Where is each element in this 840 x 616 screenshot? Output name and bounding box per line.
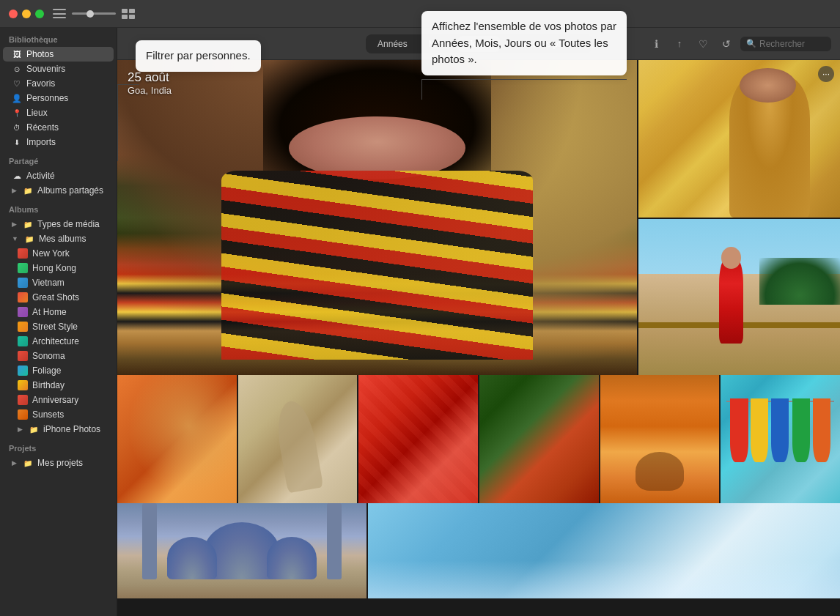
sidebar-label-personnes: Personnes — [26, 93, 68, 103]
activite-icon: ☁ — [12, 171, 22, 181]
sidebar-label-architecture: Architecture — [32, 336, 79, 346]
tab-annees[interactable]: Années — [367, 36, 418, 52]
sidebar-item-albums-partages[interactable]: ▶ 📁 Albums partagés — [3, 183, 114, 198]
sidebar-item-lieux[interactable]: 📍 Lieux — [3, 105, 114, 120]
right-top-photo[interactable]: ··· — [638, 60, 840, 218]
iphone-photos-chevron: ▶ — [18, 426, 23, 433]
search-icon: 🔍 — [746, 39, 756, 48]
sidebar-item-iphone-photos[interactable]: ▶ 📁 iPhone Photos — [3, 422, 114, 437]
sidebar-item-vietnam[interactable]: Vietnam — [3, 275, 114, 290]
sidebar-item-sunsets[interactable]: Sunsets — [3, 407, 114, 422]
sidebar-label-sunsets: Sunsets — [32, 409, 64, 420]
bbp-2[interactable] — [368, 503, 840, 598]
sidebar-label-iphone-photos: iPhone Photos — [43, 424, 100, 434]
more-icon: ··· — [822, 69, 830, 79]
albums-partages-folder-icon: 📁 — [23, 185, 33, 196]
sidebar-item-birthday[interactable]: Birthday — [3, 378, 114, 393]
tab-jours[interactable]: Jours — [458, 36, 500, 52]
right-bottom-photo[interactable] — [638, 219, 840, 375]
sidebar-label-at-home: At Home — [32, 307, 67, 317]
anniversary-thumb — [18, 395, 28, 405]
mes-projets-chevron: ▶ — [12, 459, 17, 467]
sidebar-item-foliage[interactable]: Foliage — [3, 363, 114, 378]
sunsets-thumb — [18, 409, 28, 420]
more-btn[interactable]: ··· — [818, 66, 834, 82]
zoom-slider[interactable] — [72, 12, 116, 15]
date-main: 25 août — [128, 70, 172, 85]
info-button[interactable]: ℹ — [646, 34, 666, 53]
view-grid-icon[interactable] — [122, 9, 135, 19]
close-btn[interactable] — [9, 10, 18, 18]
sidebar-label-imports: Imports — [26, 137, 56, 147]
bottom-row — [117, 375, 840, 503]
favoris-icon: ♡ — [12, 78, 22, 89]
photos-icon: 🖼 — [12, 49, 22, 59]
great-shots-thumb — [18, 292, 28, 303]
sidebar-item-hong-kong[interactable]: Hong Kong — [3, 261, 114, 275]
albums-partages-chevron: ▶ — [12, 187, 17, 194]
sidebar-label-mes-albums: Mes albums — [39, 234, 86, 244]
bottom-photo-6[interactable] — [721, 375, 840, 503]
sidebar-item-great-shots[interactable]: Great Shots — [3, 290, 114, 305]
sidebar-item-souvenirs[interactable]: ⊙ Souvenirs — [3, 62, 114, 76]
bottom-photo-5[interactable] — [600, 375, 720, 503]
recents-icon: ⏱ — [12, 122, 22, 133]
traffic-lights — [9, 10, 44, 18]
sidebar-label-new-york: New York — [32, 248, 70, 259]
sidebar-toggle[interactable] — [53, 9, 66, 18]
section-header-bibliotheque: Bibliothèque — [0, 28, 117, 47]
sonoma-thumb — [18, 351, 28, 361]
info-icon: ℹ — [655, 38, 658, 50]
sidebar-label-great-shots: Great Shots — [32, 292, 79, 303]
types-media-folder-icon: 📁 — [23, 219, 33, 229]
sidebar-item-anniversary[interactable]: Anniversary — [3, 393, 114, 407]
main-photo[interactable]: 25 août Goa, India — [117, 60, 637, 375]
bbp-1[interactable] — [117, 503, 366, 598]
minimize-btn[interactable] — [22, 10, 31, 18]
sidebar-label-albums-partages: Albums partagés — [37, 185, 103, 196]
search-box: 🔍 — [740, 37, 831, 51]
section-header-albums: Albums — [0, 198, 117, 217]
heart-button[interactable]: ♡ — [693, 34, 712, 53]
search-input[interactable] — [759, 39, 825, 49]
sidebar-item-types-media[interactable]: ▶ 📁 Types de média — [3, 217, 114, 231]
sidebar-item-personnes[interactable]: 👤 Personnes — [3, 91, 114, 105]
sidebar-item-new-york[interactable]: New York — [3, 246, 114, 261]
bottom-photo-2[interactable] — [238, 375, 358, 503]
sidebar-item-mes-albums[interactable]: ▼ 📁 Mes albums — [3, 231, 114, 246]
rotate-button[interactable]: ↺ — [717, 34, 736, 53]
sidebar-item-architecture[interactable]: Architecture — [3, 334, 114, 349]
photo-grid: 25 août Goa, India — [117, 60, 840, 616]
sidebar-label-types-media: Types de média — [37, 219, 100, 229]
hong-kong-thumb — [18, 263, 28, 273]
tab-mois[interactable]: Mois — [419, 36, 457, 52]
bottom-photo-4[interactable] — [479, 375, 599, 503]
sidebar-item-recents[interactable]: ⏱ Récents — [3, 120, 114, 135]
sidebar-item-photos[interactable]: 🖼 Photos — [3, 47, 114, 62]
sidebar-label-vietnam: Vietnam — [32, 278, 65, 288]
iphone-photos-folder-icon: 📁 — [29, 424, 39, 434]
sidebar-item-activite[interactable]: ☁ Activité — [3, 168, 114, 183]
sidebar-label-photos: Photos — [26, 49, 54, 59]
bottom-photo-3[interactable] — [358, 375, 478, 503]
maximize-btn[interactable] — [35, 10, 44, 18]
bottom-photo-1[interactable] — [117, 375, 237, 503]
mes-albums-chevron: ▼ — [12, 235, 18, 242]
sidebar-item-street-style[interactable]: Street Style — [3, 319, 114, 334]
foliage-thumb — [18, 365, 28, 376]
birthday-thumb — [18, 380, 28, 390]
types-media-chevron: ▶ — [12, 220, 17, 228]
right-column: ··· — [638, 60, 840, 375]
sidebar-item-imports[interactable]: ⬇ Imports — [3, 135, 114, 149]
share-button[interactable]: ↑ — [670, 34, 689, 53]
section-header-projets: Projets — [0, 437, 117, 456]
sidebar-item-at-home[interactable]: At Home — [3, 305, 114, 319]
bottom-bottom-row — [117, 503, 840, 598]
toolbar-actions: ℹ ↑ ♡ ↺ 🔍 — [646, 34, 831, 53]
sidebar: Bibliothèque 🖼 Photos ⊙ Souvenirs ♡ Favo… — [0, 28, 117, 616]
right-panel: Années Mois Jours Toutes les photos ℹ ↑ … — [117, 28, 840, 616]
tab-toutes[interactable]: Toutes les photos — [501, 36, 589, 52]
sidebar-item-mes-projets[interactable]: ▶ 📁 Mes projets — [3, 456, 114, 470]
sidebar-item-sonoma[interactable]: Sonoma — [3, 349, 114, 363]
sidebar-item-favoris[interactable]: ♡ Favoris — [3, 76, 114, 91]
